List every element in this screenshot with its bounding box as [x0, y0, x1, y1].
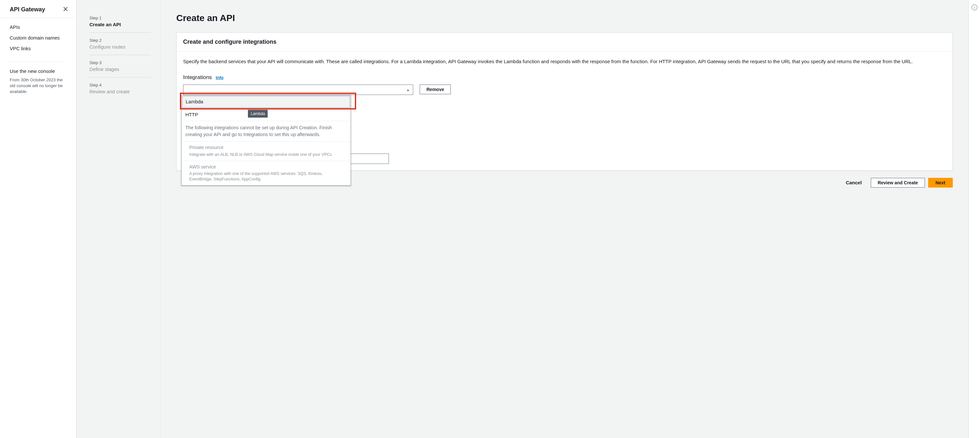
dropdown-option-title: Private resource — [189, 144, 347, 151]
steps-nav: Step 1 Create an API Step 2 Configure ro… — [76, 0, 161, 438]
divider — [10, 62, 67, 62]
cancel-button[interactable]: Cancel — [840, 178, 867, 187]
sidebar-item-vpc-links[interactable]: VPC links — [0, 43, 76, 54]
step-3[interactable]: Step 3 Define stages — [89, 58, 151, 78]
step-4[interactable]: Step 4 Review and create — [89, 80, 151, 100]
sidebar-new-console-heading[interactable]: Use the new console — [0, 66, 76, 75]
sidebar-item-apis[interactable]: APIs — [0, 22, 76, 32]
integration-row: ▲ Lambda HTTP The following integrations… — [183, 84, 946, 95]
step-1[interactable]: Step 1 Create an API — [89, 13, 151, 33]
step-number: Step 3 — [89, 60, 151, 65]
integration-type-select[interactable]: ▲ — [183, 84, 413, 95]
step-label: Define stages — [89, 67, 151, 72]
step-label: Configure routes — [89, 44, 151, 49]
sidebar-item-custom-domain-names[interactable]: Custom domain names — [0, 32, 76, 43]
sidebar-header: API Gateway ✕ — [0, 0, 76, 17]
review-and-create-button[interactable]: Review and Create — [871, 178, 925, 187]
panel-description: Specify the backend services that your A… — [183, 58, 946, 65]
dropdown-option-desc: Integrate with an ALB, NLB or AWS Cloud … — [189, 152, 347, 157]
step-label: Review and create — [89, 89, 151, 94]
sidebar: API Gateway ✕ APIs Custom domain names V… — [0, 0, 76, 438]
sidebar-nav: APIs Custom domain names VPC links — [0, 18, 76, 58]
integration-type-select-wrap: ▲ Lambda HTTP The following integrations… — [183, 84, 413, 95]
integrations-section-label: Integrations Info — [183, 73, 946, 82]
dropdown-option-title: AWS service — [189, 163, 347, 171]
panel-header: Create and configure integrations — [177, 33, 953, 51]
sidebar-title: API Gateway — [10, 6, 45, 13]
tooltip: Lambda — [248, 110, 268, 117]
right-gutter: i — [968, 0, 980, 438]
integrations-label: Integrations — [183, 73, 212, 82]
dropdown-option-private-resource: Private resource Integrate with an ALB, … — [181, 141, 351, 161]
step-number: Step 4 — [89, 83, 151, 87]
info-link[interactable]: Info — [216, 75, 224, 81]
integrations-panel: Create and configure integrations Specif… — [176, 32, 953, 171]
page-title: Create an API — [176, 13, 953, 23]
step-number: Step 1 — [89, 16, 151, 21]
next-button[interactable]: Next — [928, 178, 953, 187]
remove-button[interactable]: Remove — [420, 84, 451, 94]
panel-body: Specify the backend services that your A… — [177, 51, 953, 170]
dropdown-option-aws-service: AWS service A proxy integration with one… — [181, 161, 351, 186]
dropdown-note: The following integrations cannot be set… — [181, 121, 351, 141]
step-label: Create an API — [89, 22, 151, 27]
dropdown-option-lambda[interactable]: Lambda — [182, 96, 350, 108]
dropdown-option-desc: A proxy integration with one of the supp… — [189, 171, 347, 182]
panel-title: Create and configure integrations — [183, 38, 946, 45]
sidebar-new-console-note: From 30th October 2023 the old console w… — [0, 75, 76, 95]
close-icon[interactable]: ✕ — [62, 6, 68, 13]
chevron-up-icon: ▲ — [406, 87, 410, 92]
step-2[interactable]: Step 2 Configure routes — [89, 35, 151, 55]
step-number: Step 2 — [89, 38, 151, 43]
info-icon[interactable]: i — [972, 5, 977, 10]
integration-type-dropdown: Lambda HTTP The following integrations c… — [181, 95, 351, 186]
main-content: Create an API Create and configure integ… — [161, 0, 968, 438]
